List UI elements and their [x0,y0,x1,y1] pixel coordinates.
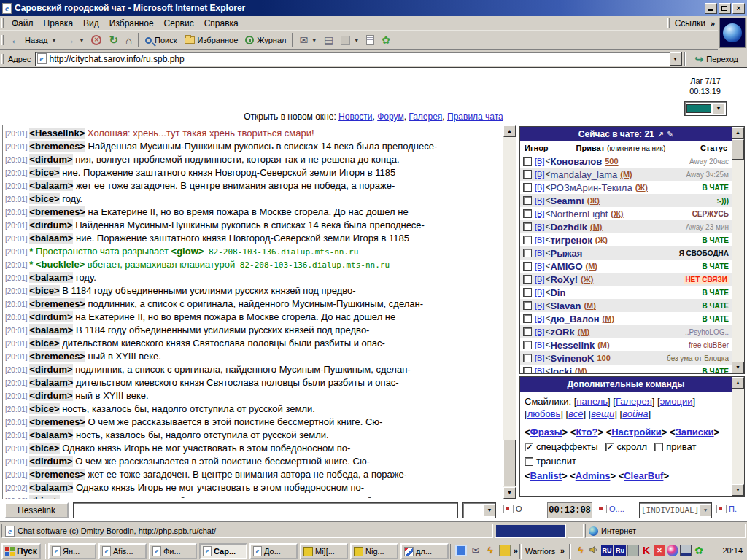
tray-lightning-icon[interactable]: ϟ [575,545,587,556]
mail-button[interactable]: ✉ ▼ [295,33,320,47]
ignore-checkbox[interactable] [523,196,532,205]
ban-link[interactable]: [В] [535,327,544,336]
user-nick[interactable]: Hesselink [550,340,595,351]
chat-nick[interactable]: <bremenes> [29,469,85,480]
menu-item-Избранное[interactable]: Избранное [104,17,159,30]
favorites-button[interactable]: Избранное [181,34,242,46]
option-транслит[interactable]: транслит [525,455,576,467]
user-nick[interactable]: AMIGO [550,261,582,272]
show-desktop-icon[interactable] [455,545,467,556]
smiley-link[interactable]: эмоции [660,396,693,407]
ignore-checkbox[interactable] [523,341,532,349]
user-suffix-link[interactable]: 100 [597,354,610,362]
chat-nick[interactable]: <bucklele> [36,259,85,270]
user-nick[interactable]: locki [550,366,572,375]
address-url[interactable]: http://citychat.sarov.info/ru.spb.php [50,54,185,64]
user-nick[interactable]: Dozhdik [550,222,587,233]
chevron-down-icon[interactable]: ▼ [700,505,711,516]
top-link[interactable]: Новости [338,112,372,122]
nick-button[interactable]: Hesselink [4,502,69,518]
outlook-icon[interactable]: ✉ [470,545,481,556]
ban-link[interactable]: [В] [535,341,544,349]
user-suffix-link[interactable]: (М) [597,341,610,349]
smiley-link[interactable]: панель [576,396,608,407]
user-suffix-link[interactable]: (М) [578,327,590,336]
ignore-checkbox[interactable] [523,275,532,284]
chevron-icon[interactable]: » [708,19,718,28]
ignore-checkbox[interactable] [523,170,532,179]
command-link[interactable]: Фразы [530,427,562,438]
ignore-checkbox[interactable] [523,327,532,336]
chat-nick[interactable]: <bice> [29,167,59,178]
go-button[interactable]: ↪ Переход [688,53,746,65]
chat-nick[interactable]: <dirdum> [29,456,72,467]
user-nick[interactable]: Рыжая [550,248,582,259]
ignore-checkbox[interactable] [523,367,532,374]
home-button[interactable]: ⌂ [122,33,136,48]
user-nick[interactable]: NorthernLight [550,209,608,219]
links-toolbar[interactable]: Ссылки » [666,18,718,28]
scroll-down-button[interactable]: ▼ [732,362,744,373]
taskbar-button[interactable]: eСар... [199,543,247,559]
user-suffix-link[interactable]: (М) [590,222,603,231]
chat-nick[interactable]: <balaam> [29,429,73,440]
links-label[interactable]: Ссылки [673,18,708,28]
tray-network-icon[interactable] [680,545,692,556]
ignore-checkbox[interactable] [523,262,532,271]
user-nick[interactable]: SvinenoK [550,353,594,364]
ignore-checkbox[interactable] [523,183,532,192]
chat-nick[interactable]: <dirdum> [29,219,72,230]
tray-language-indicator-2[interactable]: Ru [614,545,626,556]
pencil-icon[interactable]: ✎ [667,130,673,139]
broken-image-2[interactable]: О.... [597,505,624,513]
ignore-checkbox[interactable] [523,157,532,166]
user-suffix-link[interactable]: (Ж) [581,275,593,284]
admin-link[interactable]: Admins [576,470,611,481]
ban-link[interactable]: [В] [535,275,544,284]
checkbox[interactable] [605,443,614,451]
command-link[interactable]: Кто? [576,427,597,438]
user-nick[interactable]: Slavan [550,300,581,311]
scroll-up-button[interactable]: ▲ [732,127,744,139]
user-suffix-link[interactable]: (Ж) [635,183,648,192]
discuss-button[interactable] [363,34,378,47]
ban-link[interactable]: [В] [535,222,544,231]
ban-link[interactable]: [В] [535,170,544,179]
chat-nick[interactable]: <bice> [29,285,59,296]
ignore-checkbox[interactable] [523,236,532,244]
scroll-thumb[interactable] [503,440,516,486]
menu-item-Справка[interactable]: Справка [199,17,244,30]
checkbox[interactable] [654,443,663,451]
taskbar-button[interactable]: дл... [400,543,449,559]
user-suffix-link[interactable]: (Ж) [611,209,623,218]
chat-area[interactable]: [20:01] <Hesselink> Холошая: хрень...тут… [2,125,516,499]
chat-nick[interactable]: <balaam> [29,377,73,388]
ban-link[interactable]: [В] [535,196,544,205]
tray-app-icon[interactable] [627,545,639,556]
chevron-icon[interactable]: » [557,546,568,555]
chat-nick[interactable]: <balaam> [29,180,73,191]
tray-sphere-icon[interactable] [667,545,678,556]
scroll-down-button[interactable]: ▼ [503,487,516,499]
smiley-link[interactable]: любовь [527,408,561,419]
option-приват[interactable]: приват [654,440,696,453]
checkbox[interactable] [525,443,533,451]
user-nick[interactable]: тигренок [550,235,592,246]
toolbar-grip[interactable] [1,35,4,45]
taskbar-button[interactable]: Nig... [350,543,398,559]
user-nick[interactable]: Seamni [550,195,584,206]
chevron-down-icon[interactable]: ▼ [79,38,84,43]
scroll-up-button[interactable]: ▲ [732,377,744,389]
broken-image-1[interactable]: О---- [503,505,533,513]
option-спецэффекты[interactable]: спецэффекты [525,440,598,453]
ban-link[interactable]: [В] [535,314,544,323]
smiley-link[interactable]: всё [568,408,583,419]
user-suffix-link[interactable]: (М) [603,314,615,323]
chat-nick[interactable]: <bremenes> [29,206,85,217]
scroll-up-button[interactable]: ▲ [503,125,516,137]
tray-disconnect-icon[interactable]: ✕ [654,545,665,556]
lightning-icon[interactable]: ϟ [484,545,496,556]
tray-volume-icon[interactable] [588,545,600,556]
ignore-checkbox[interactable] [523,249,532,257]
user-nick[interactable]: Коновалов [550,156,602,167]
